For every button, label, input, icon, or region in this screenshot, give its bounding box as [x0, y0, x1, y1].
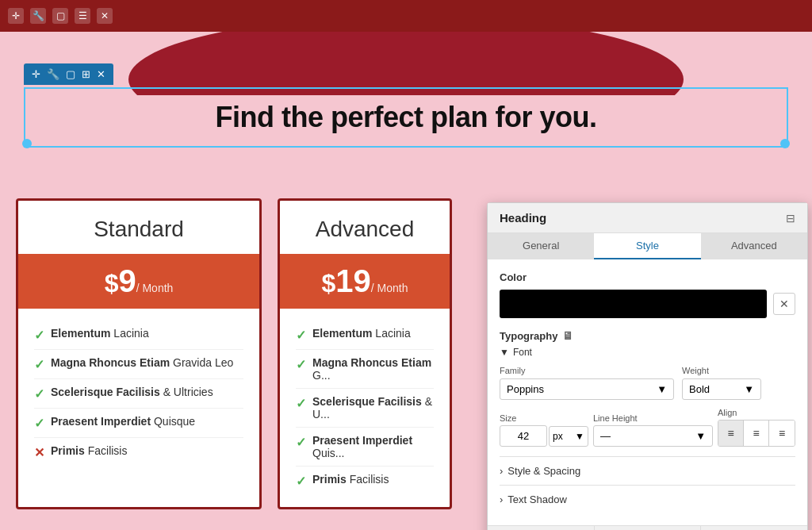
feature-text: Praesent Imperdiet Quis...: [312, 434, 434, 459]
chevron-down-icon: ▼: [657, 383, 667, 395]
save-as-button[interactable]: Save As...: [595, 526, 702, 530]
resize-handle-left[interactable]: [22, 139, 32, 148]
price-symbol: $: [322, 269, 336, 298]
typography-text: Typography: [500, 330, 557, 342]
tab-style[interactable]: Style: [594, 233, 700, 259]
tab-advanced[interactable]: Advanced: [701, 233, 807, 259]
settings-panel: Heading ⊟ General Style Advanced Color ✕…: [487, 202, 808, 530]
size-label: Size: [500, 413, 588, 423]
weight-field-group: Weight Bold ▼: [682, 366, 761, 400]
chevron-down-icon: ▼: [575, 431, 584, 442]
text-shadow-section: › Text Shadow: [500, 485, 795, 513]
feature-text: Elementum Lacinia: [312, 327, 411, 340]
align-left-button[interactable]: ≡: [718, 421, 744, 446]
price-symbol: $: [105, 269, 119, 298]
monitor-icon: 🖥: [562, 329, 573, 342]
font-section-toggle[interactable]: ▼ Font: [500, 347, 795, 358]
list-item: ✓ Elementum Lacinia: [34, 321, 243, 350]
feature-text: Magna Rhoncus Etiam Gravida Leo: [51, 356, 233, 369]
family-field-group: Family Poppins ▼: [500, 366, 674, 400]
unit-value: px: [553, 431, 563, 442]
color-label: Color: [500, 271, 795, 283]
size-line-align-row: Size px ▼ Line Height — ▼: [500, 408, 795, 447]
weight-select[interactable]: Bold ▼: [682, 378, 761, 400]
resize-handle-right[interactable]: [780, 139, 790, 148]
align-center-button[interactable]: ≡: [744, 421, 769, 446]
pricing-card-standard: Standard $9/ Month ✓ Elementum Lacinia ✓…: [16, 198, 262, 509]
copy-button[interactable]: ▢: [52, 8, 68, 24]
feature-text: Praesent Imperdiet Quisque: [51, 415, 195, 428]
cancel-button[interactable]: Cancel: [701, 526, 807, 530]
family-value: Poppins: [507, 383, 544, 395]
family-select[interactable]: Poppins ▼: [500, 378, 674, 400]
price-period: / Month: [136, 282, 174, 294]
color-clear-button[interactable]: ✕: [773, 293, 795, 315]
feature-text: Scelerisque Facilisis & U...: [312, 395, 434, 421]
color-swatch[interactable]: [500, 290, 767, 318]
feature-text: Scelerisque Facilisis & Ultricies: [51, 386, 213, 398]
layout-button[interactable]: ☰: [75, 8, 90, 24]
price-period: / Month: [371, 282, 408, 294]
save-button[interactable]: Save: [488, 526, 595, 530]
check-icon: ✓: [296, 328, 306, 343]
toolbar-close-icon[interactable]: ✕: [95, 67, 107, 82]
pricing-card-advanced: Advanced $19/ Month ✓ Elementum Lacinia …: [278, 198, 452, 509]
toolbar-columns-icon[interactable]: ⊞: [80, 67, 92, 82]
list-item: ✓ Scelerisque Facilisis & Ultricies: [34, 379, 243, 409]
style-spacing-toggle[interactable]: › Style & Spacing: [500, 465, 795, 477]
text-shadow-label: Text Shadow: [508, 494, 566, 505]
check-icon: ✓: [296, 474, 306, 489]
feature-text: Primis Facilisis: [312, 473, 389, 486]
card-features-standard: ✓ Elementum Lacinia ✓ Magna Rhoncus Etia…: [18, 309, 259, 478]
heading-block[interactable]: ✛ 🔧 ▢ ⊞ ✕ Find the perfect plan for you.: [24, 87, 788, 148]
arch-decoration: [0, 32, 812, 95]
panel-title: Heading: [500, 211, 546, 225]
list-item: ✓ Primis Facilisis: [296, 467, 434, 495]
cross-icon: ✕: [34, 445, 44, 460]
price-amount: 9: [118, 263, 136, 298]
panel-minimize-button[interactable]: ⊟: [786, 212, 795, 225]
panel-tabs: General Style Advanced: [488, 233, 807, 259]
card-price-advanced: $19/ Month: [280, 254, 450, 309]
card-title-standard: Standard: [18, 201, 259, 254]
check-icon: ✓: [34, 386, 44, 401]
wrench-button[interactable]: 🔧: [30, 8, 46, 24]
list-item: ✓ Praesent Imperdiet Quis...: [296, 428, 434, 467]
list-item: ✓ Scelerisque Facilisis & U...: [296, 389, 434, 428]
color-row: ✕: [500, 290, 795, 318]
check-icon: ✓: [296, 357, 306, 372]
check-icon: ✓: [34, 357, 44, 372]
canvas-area: ✛ 🔧 ▢ ⊞ ✕ Find the perfect plan for you.…: [0, 32, 812, 530]
list-item: ✓ Magna Rhoncus Etiam G...: [296, 350, 434, 389]
element-toolbar[interactable]: ✛ 🔧 ▢ ⊞ ✕: [24, 63, 113, 85]
unit-select[interactable]: px ▼: [549, 426, 588, 447]
weight-value: Bold: [689, 383, 710, 395]
chevron-right-icon: ›: [500, 465, 503, 477]
chevron-down-icon: ▼: [744, 383, 754, 395]
close-button[interactable]: ✕: [97, 8, 113, 24]
text-shadow-toggle[interactable]: › Text Shadow: [500, 494, 795, 505]
line-height-value: —: [600, 430, 611, 442]
toolbar-move-icon[interactable]: ✛: [30, 67, 42, 82]
align-right-button[interactable]: ≡: [769, 421, 795, 446]
font-section-label: Font: [513, 347, 532, 358]
main-heading: Find the perfect plan for you.: [41, 101, 771, 134]
toolbar-copy-icon[interactable]: ▢: [64, 67, 77, 82]
size-input[interactable]: [500, 425, 547, 447]
line-height-label: Line Height: [593, 413, 713, 423]
align-label: Align: [718, 408, 795, 417]
tab-general[interactable]: General: [488, 233, 594, 259]
panel-header: Heading ⊟: [488, 203, 807, 233]
move-button[interactable]: ✛: [8, 8, 24, 24]
chevron-down-icon: ▼: [500, 347, 509, 358]
size-group: Size px ▼: [500, 413, 588, 447]
card-features-advanced: ✓ Elementum Lacinia ✓ Magna Rhoncus Etia…: [280, 309, 450, 507]
feature-text: Primis Facilisis: [51, 444, 127, 457]
line-height-group: Line Height — ▼: [593, 413, 713, 447]
list-item: ✓ Elementum Lacinia: [296, 321, 434, 350]
list-item: ✓ Praesent Imperdiet Quisque: [34, 409, 243, 438]
toolbar-wrench-icon[interactable]: 🔧: [45, 67, 61, 82]
family-weight-row: Family Poppins ▼ Weight Bold ▼: [500, 366, 795, 400]
line-height-input[interactable]: — ▼: [593, 425, 713, 447]
check-icon: ✓: [34, 328, 44, 343]
